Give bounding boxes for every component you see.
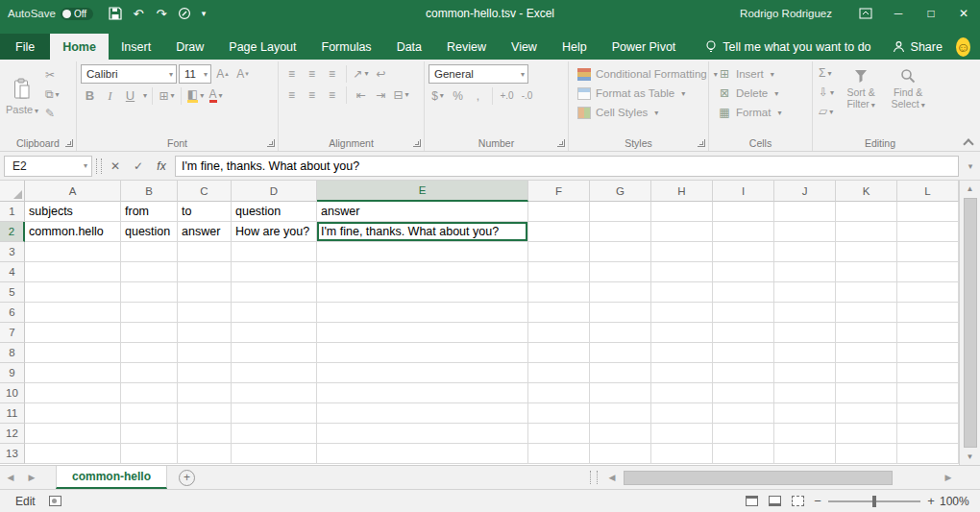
- cell-A12[interactable]: [25, 424, 121, 444]
- comma-style-button[interactable]: ,: [469, 86, 487, 105]
- column-header-J[interactable]: J: [774, 181, 836, 202]
- cell-I2[interactable]: [713, 222, 774, 242]
- cell-A5[interactable]: [25, 282, 121, 303]
- collapse-ribbon-button[interactable]: [964, 137, 972, 146]
- cell-F7[interactable]: [528, 323, 590, 343]
- cell-C5[interactable]: [178, 282, 232, 303]
- enter-button[interactable]: ✓: [129, 156, 148, 177]
- cell-L10[interactable]: [897, 383, 959, 403]
- cell-styles-button[interactable]: Cell Styles ▾: [573, 103, 704, 122]
- expand-formula-bar-button[interactable]: ▾: [963, 161, 978, 171]
- name-box[interactable]: E2▾: [4, 156, 92, 177]
- tab-help[interactable]: Help: [550, 34, 600, 60]
- maximize-button[interactable]: □: [915, 0, 947, 27]
- insert-function-button[interactable]: fx: [152, 156, 171, 177]
- cell-A11[interactable]: [25, 403, 121, 424]
- cell-L7[interactable]: [897, 323, 959, 343]
- select-all-corner[interactable]: [0, 181, 25, 202]
- cell-G6[interactable]: [590, 303, 651, 323]
- vertical-scrollbar[interactable]: ▲ ▼: [959, 181, 980, 465]
- cell-H6[interactable]: [651, 303, 713, 323]
- cell-H9[interactable]: [651, 363, 713, 383]
- align-center-button[interactable]: ≡: [303, 85, 321, 104]
- cell-K13[interactable]: [836, 444, 897, 464]
- cell-C12[interactable]: [178, 424, 232, 444]
- cell-D12[interactable]: [232, 424, 317, 444]
- font-color-button[interactable]: A▾: [207, 86, 225, 105]
- feedback-smiley-icon[interactable]: ☺: [956, 37, 970, 57]
- cell-F11[interactable]: [528, 403, 590, 424]
- format-as-table-button[interactable]: Format as Table ▾: [573, 84, 704, 103]
- tab-data[interactable]: Data: [384, 34, 434, 60]
- cell-J10[interactable]: [774, 383, 836, 403]
- increase-decimal-button[interactable]: +.0: [498, 86, 516, 105]
- cell-F2[interactable]: [528, 222, 590, 242]
- column-header-I[interactable]: I: [713, 181, 774, 202]
- scroll-left-button[interactable]: ◀: [601, 466, 623, 489]
- cell-I9[interactable]: [713, 363, 774, 383]
- cell-A6[interactable]: [25, 303, 121, 323]
- cell-K12[interactable]: [836, 424, 897, 444]
- cell-J9[interactable]: [774, 363, 836, 383]
- zoom-slider[interactable]: [828, 493, 920, 510]
- delete-cells-button[interactable]: ⊠ Delete ▾: [713, 84, 808, 103]
- borders-button[interactable]: ⊞▾: [158, 86, 176, 105]
- cell-B1[interactable]: from: [121, 202, 178, 222]
- cell-E6[interactable]: [317, 303, 528, 323]
- column-header-H[interactable]: H: [651, 181, 713, 202]
- cell-G13[interactable]: [590, 444, 651, 464]
- align-right-button[interactable]: ≡: [323, 85, 341, 104]
- cell-L1[interactable]: [897, 202, 959, 222]
- pen-mode-button[interactable]: [174, 2, 195, 25]
- formula-input[interactable]: I'm fine, thanks. What about you?: [175, 156, 959, 177]
- column-header-A[interactable]: A: [25, 181, 121, 202]
- cell-I13[interactable]: [713, 444, 774, 464]
- cell-D4[interactable]: [232, 262, 317, 282]
- cell-C1[interactable]: to: [178, 202, 232, 222]
- clear-button[interactable]: ▱▾: [817, 103, 836, 120]
- user-name[interactable]: Rodrigo Rodriguez: [740, 8, 832, 19]
- cell-F1[interactable]: [528, 202, 590, 222]
- cell-L13[interactable]: [897, 444, 959, 464]
- cell-L4[interactable]: [897, 262, 959, 282]
- row-header-12[interactable]: 12: [0, 424, 25, 444]
- cell-E9[interactable]: [317, 363, 528, 383]
- cell-D10[interactable]: [232, 383, 317, 403]
- tab-file[interactable]: File: [0, 34, 50, 60]
- page-break-view-button[interactable]: [786, 492, 809, 511]
- row-header-10[interactable]: 10: [0, 383, 25, 403]
- cell-H12[interactable]: [651, 424, 713, 444]
- cell-D13[interactable]: [232, 444, 317, 464]
- cell-A8[interactable]: [25, 343, 121, 363]
- insert-cells-button[interactable]: ⊞ Insert ▾: [713, 64, 808, 84]
- horizontal-scrollbar[interactable]: ◀ ▶: [601, 466, 959, 489]
- italic-button[interactable]: I: [101, 86, 119, 105]
- cell-F5[interactable]: [528, 282, 590, 303]
- cell-J5[interactable]: [774, 282, 836, 303]
- cell-H11[interactable]: [651, 403, 713, 424]
- cell-B8[interactable]: [121, 343, 178, 363]
- cell-G12[interactable]: [590, 424, 651, 444]
- decrease-decimal-button[interactable]: -.0: [518, 86, 536, 105]
- cell-E1[interactable]: answer: [317, 202, 528, 222]
- cell-G3[interactable]: [590, 242, 651, 262]
- cell-I8[interactable]: [713, 343, 774, 363]
- cell-F12[interactable]: [528, 424, 590, 444]
- cell-J7[interactable]: [774, 323, 836, 343]
- increase-font-size-button[interactable]: A▴: [213, 65, 232, 84]
- save-button[interactable]: [105, 2, 126, 25]
- column-header-E[interactable]: E: [317, 181, 528, 202]
- cell-I1[interactable]: [713, 202, 774, 222]
- horizontal-scroll-thumb[interactable]: [624, 471, 893, 485]
- cell-B12[interactable]: [121, 424, 178, 444]
- cell-A13[interactable]: [25, 444, 121, 464]
- cell-L5[interactable]: [897, 282, 959, 303]
- number-format-select[interactable]: General▾: [429, 64, 528, 84]
- undo-button[interactable]: ↶: [128, 2, 149, 25]
- tab-scrollbar-splitter[interactable]: [590, 471, 598, 484]
- cell-J12[interactable]: [774, 424, 836, 444]
- cell-D8[interactable]: [232, 343, 317, 363]
- zoom-out-button[interactable]: −: [809, 494, 826, 508]
- accounting-format-button[interactable]: $▾: [429, 86, 447, 105]
- cell-D2[interactable]: How are you?: [232, 222, 317, 242]
